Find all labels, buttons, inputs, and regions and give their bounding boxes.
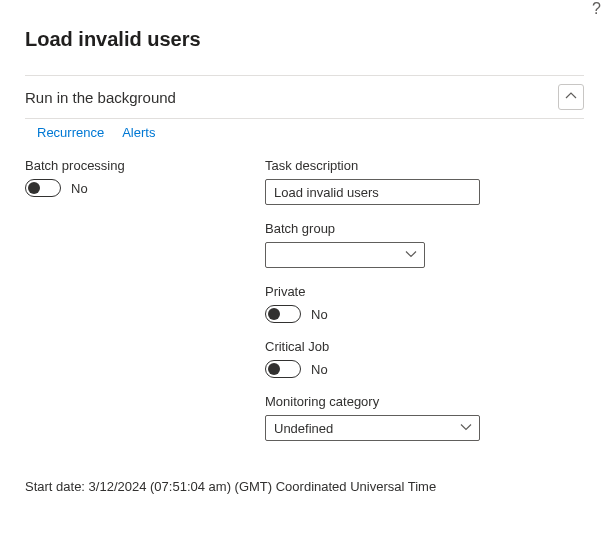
tab-recurrence[interactable]: Recurrence [37, 125, 104, 140]
field-critical-job: Critical Job No [265, 339, 584, 378]
batch-processing-value: No [71, 181, 88, 196]
help-icon[interactable]: ? [592, 0, 601, 18]
tab-alerts[interactable]: Alerts [122, 125, 155, 140]
private-toggle[interactable] [265, 305, 301, 323]
field-private: Private No [265, 284, 584, 323]
private-value: No [311, 307, 328, 322]
batch-group-select[interactable] [265, 242, 425, 268]
tabs: Recurrence Alerts [37, 125, 584, 140]
monitoring-category-label: Monitoring category [265, 394, 584, 409]
task-description-label: Task description [265, 158, 584, 173]
task-description-input[interactable] [265, 179, 480, 205]
field-monitoring-category: Monitoring category [265, 394, 584, 441]
private-label: Private [265, 284, 584, 299]
start-date-text: Start date: 3/12/2024 (07:51:04 am) (GMT… [25, 479, 584, 494]
monitoring-category-select[interactable] [265, 415, 480, 441]
batch-processing-toggle[interactable] [25, 179, 61, 197]
critical-job-label: Critical Job [265, 339, 584, 354]
page-title: Load invalid users [25, 28, 584, 51]
field-batch-processing: Batch processing No [25, 158, 225, 197]
field-batch-group: Batch group [265, 221, 584, 268]
chevron-up-icon [565, 90, 577, 105]
field-task-description: Task description [265, 158, 584, 205]
section-title: Run in the background [25, 89, 176, 106]
batch-group-label: Batch group [265, 221, 584, 236]
section-header: Run in the background [25, 75, 584, 119]
critical-job-toggle[interactable] [265, 360, 301, 378]
collapse-button[interactable] [558, 84, 584, 110]
critical-job-value: No [311, 362, 328, 377]
batch-processing-label: Batch processing [25, 158, 225, 173]
